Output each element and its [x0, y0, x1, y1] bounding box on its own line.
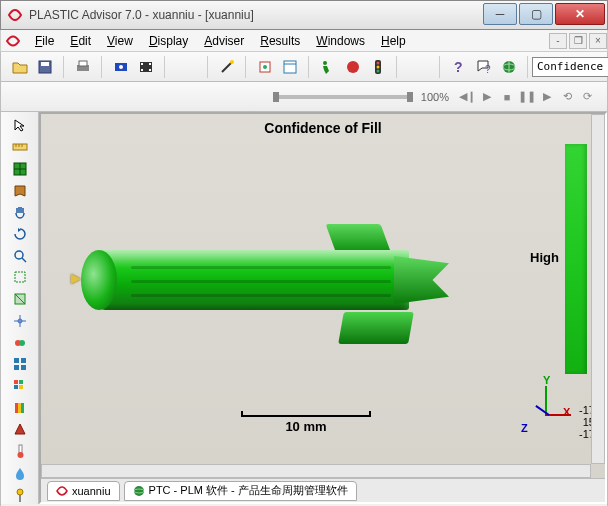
pointer-tool[interactable]	[9, 116, 31, 135]
book-tool[interactable]	[9, 181, 31, 200]
svg-rect-56	[19, 445, 22, 453]
tab-web[interactable]: PTC - PLM 软件 - 产品生命周期管理软件	[124, 481, 357, 501]
svg-point-44	[19, 340, 25, 346]
animation-toolbar: 100% ◀❙ ▶ ■ ❚❚ ▶ ⟲ ⟳	[0, 82, 608, 112]
svg-text:?: ?	[454, 59, 463, 75]
side-toolbar	[1, 112, 39, 504]
stop-button[interactable]: ■	[497, 88, 517, 106]
svg-rect-52	[19, 385, 23, 389]
svg-text:?: ?	[485, 64, 491, 75]
ruler-tool[interactable]	[9, 138, 31, 157]
svg-rect-37	[15, 272, 25, 282]
time-slider[interactable]	[273, 95, 413, 99]
menu-view[interactable]: View	[99, 32, 141, 50]
mdi-close-button[interactable]: ×	[589, 33, 607, 49]
svg-point-21	[377, 65, 380, 68]
svg-point-57	[17, 452, 23, 458]
loop-fwd-button[interactable]: ⟳	[577, 88, 597, 106]
svg-point-17	[323, 61, 327, 65]
traffic-light-button[interactable]	[367, 56, 389, 78]
result-title: Confidence of Fill	[41, 114, 605, 136]
viewport-vscroll[interactable]	[591, 114, 605, 464]
svg-rect-51	[14, 385, 18, 389]
play-button[interactable]: ▶	[477, 88, 497, 106]
svg-rect-7	[141, 63, 143, 65]
scale-label: 10 mm	[241, 419, 371, 434]
svg-rect-3	[79, 61, 87, 66]
maximize-button[interactable]: ▢	[519, 3, 553, 25]
document-tabs: xuanniu PTC - PLM 软件 - 产品生命周期管理软件	[41, 478, 605, 502]
pause-button[interactable]: ❚❚	[517, 88, 537, 106]
record-button[interactable]	[110, 56, 132, 78]
section-tool[interactable]	[9, 290, 31, 309]
mdi-app-icon	[5, 33, 21, 49]
main-area: Confidence of Fill High 10 mm	[0, 112, 608, 504]
injection-point-icon	[71, 274, 81, 284]
svg-rect-47	[14, 365, 19, 370]
legend-high-label: High	[530, 250, 559, 265]
svg-point-58	[17, 489, 23, 495]
compare-tool[interactable]	[9, 333, 31, 352]
window-button[interactable]	[279, 56, 301, 78]
menu-adviser[interactable]: Adviser	[196, 32, 252, 50]
rotate-tool[interactable]	[9, 225, 31, 244]
wand-button[interactable]	[216, 56, 238, 78]
svg-rect-15	[284, 61, 296, 73]
center-tool[interactable]	[9, 311, 31, 330]
swirl-icon	[56, 485, 68, 497]
menu-windows[interactable]: Windows	[308, 32, 373, 50]
droplet-tool[interactable]	[9, 464, 31, 483]
3d-viewport[interactable]: Confidence of Fill High 10 mm	[41, 114, 605, 478]
run-button[interactable]	[317, 56, 339, 78]
pin-tool[interactable]	[9, 485, 31, 504]
scale-tool[interactable]	[9, 420, 31, 439]
menu-results[interactable]: Results	[252, 32, 308, 50]
mesh-tool[interactable]	[9, 159, 31, 178]
svg-rect-45	[14, 358, 19, 363]
menu-display[interactable]: Display	[141, 32, 196, 50]
fourview-tool[interactable]	[9, 355, 31, 374]
legend-tool[interactable]	[9, 398, 31, 417]
title-bar: PLASTIC Advisor 7.0 - xuanniu - [xuanniu…	[0, 0, 608, 30]
gate-button[interactable]	[254, 56, 276, 78]
viewport-hscroll[interactable]	[41, 464, 591, 478]
tab-model[interactable]: xuanniu	[47, 481, 120, 501]
svg-rect-53	[15, 403, 18, 413]
thermo-tool[interactable]	[9, 442, 31, 461]
step-fwd-button[interactable]: ▶	[537, 88, 557, 106]
color-legend	[565, 144, 587, 374]
whatsthis-button[interactable]: ?	[473, 56, 495, 78]
mdi-minimize-button[interactable]: -	[549, 33, 567, 49]
viewport-container: Confidence of Fill High 10 mm	[39, 112, 607, 504]
film-button[interactable]	[135, 56, 157, 78]
svg-point-5	[119, 65, 123, 69]
close-button[interactable]: ✕	[555, 3, 605, 25]
stop-run-button[interactable]	[342, 56, 364, 78]
svg-point-18	[347, 61, 359, 73]
zoom-fit-tool[interactable]	[9, 246, 31, 265]
result-selector[interactable]: Confidence of Fil	[532, 57, 608, 77]
step-back-button[interactable]: ◀❙	[457, 88, 477, 106]
menu-edit[interactable]: Edit	[62, 32, 99, 50]
zoom-region-tool[interactable]	[9, 268, 31, 287]
save-button[interactable]	[34, 56, 56, 78]
svg-rect-8	[141, 69, 143, 71]
mdi-restore-button[interactable]: ❐	[569, 33, 587, 49]
open-button[interactable]	[9, 56, 31, 78]
menu-file[interactable]: File	[27, 32, 62, 50]
palette-tool[interactable]	[9, 377, 31, 396]
svg-point-60	[134, 486, 144, 496]
tab-web-label: PTC - PLM 软件 - 产品生命周期管理软件	[149, 483, 348, 498]
help-button[interactable]: ?	[448, 56, 470, 78]
svg-point-22	[377, 69, 380, 72]
axis-y-label: Y	[543, 374, 550, 386]
loop-button[interactable]: ⟲	[557, 88, 577, 106]
svg-point-20	[377, 61, 380, 64]
print-button[interactable]	[72, 56, 94, 78]
scale-indicator: 10 mm	[241, 411, 371, 434]
tab-model-label: xuanniu	[72, 485, 111, 497]
menu-help[interactable]: Help	[373, 32, 414, 50]
web-help-button[interactable]	[498, 56, 520, 78]
minimize-button[interactable]: ─	[483, 3, 517, 25]
pan-tool[interactable]	[9, 203, 31, 222]
